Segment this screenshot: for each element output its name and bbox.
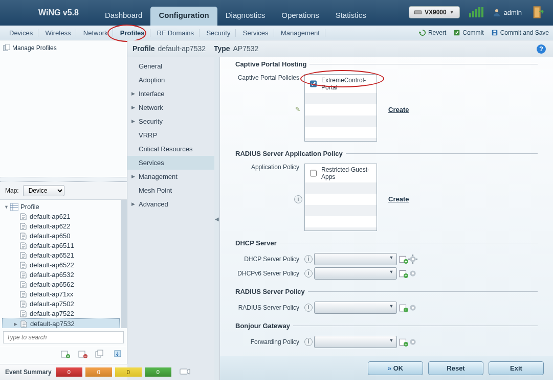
nav-item-critical-resources[interactable]: Critical Resources [127,142,214,156]
list-item[interactable] [305,205,377,216]
expand-icon[interactable]: ▶ [131,119,135,124]
info-icon[interactable]: i [304,304,313,312]
commit-save-button[interactable]: Commit and Save [491,29,549,36]
gear-icon[interactable] [408,255,417,264]
tab-statistics[interactable]: Statistics [327,7,374,26]
ok-button[interactable]: » OK [368,361,423,375]
tab-dashboard[interactable]: Dashboard [97,7,150,26]
radius-app-create-link[interactable]: Create [388,195,409,203]
tree-item[interactable]: default-ap650 [2,231,120,241]
help-icon[interactable]: ? [537,44,546,54]
subtab-rf-domains[interactable]: RF Domains [152,29,200,37]
sev-minor[interactable]: 0 [115,367,142,377]
commit-button[interactable]: Commit [453,29,483,36]
tree-item[interactable]: default-ap6562 [2,280,120,289]
expand-icon[interactable]: ▶ [131,201,135,206]
dhcpv6-policy-combo[interactable] [314,267,397,280]
bonjour-combo[interactable] [314,336,397,348]
tab-configuration[interactable]: Configuration [150,7,217,26]
list-item[interactable] [305,227,377,231]
nav-item-adoption[interactable]: Adoption [127,73,214,87]
list-item[interactable] [305,182,377,194]
tab-operations[interactable]: Operations [273,7,327,26]
create-policy-icon[interactable] [399,337,408,347]
nav-item-security[interactable]: ▶Security [127,114,214,128]
tree-item[interactable]: default-ap621 [2,212,120,221]
nav-item-mesh-point[interactable]: Mesh Point [127,183,214,197]
gear-icon[interactable] [408,269,417,278]
profile-tree[interactable]: ▼ Profile default-ap621default-ap622defa… [0,200,127,328]
logout-icon[interactable] [531,5,545,19]
delete-icon[interactable] [78,349,88,360]
expand-icon[interactable]: ▶ [131,91,135,96]
exit-button[interactable]: Exit [489,361,544,375]
radius-app-item[interactable]: Restricted-Guest-Apps [305,164,377,182]
collapse-icon[interactable]: ▼ [4,204,8,210]
subtab-wireless[interactable]: Wireless [40,29,77,37]
dhcp-policy-combo[interactable] [314,253,397,265]
info-icon[interactable]: i [294,195,302,203]
sev-normal[interactable]: 0 [145,367,171,377]
tree-item[interactable]: default-ap622 [2,221,120,231]
subtab-devices[interactable]: Devices [4,29,38,37]
expand-icon[interactable]: ▶ [14,321,18,327]
list-item[interactable] [305,93,377,104]
list-item[interactable] [305,216,377,227]
edit-icon[interactable]: ✎ [295,106,300,113]
nav-item-services[interactable]: Services [127,156,214,170]
nav-item-advanced[interactable]: ▶Advanced [127,197,214,211]
tree-root[interactable]: ▼ Profile [2,202,120,212]
manage-profiles-link[interactable]: Manage Profiles [3,43,124,53]
add-icon[interactable] [60,349,71,360]
create-policy-icon[interactable] [399,255,408,264]
subtab-services[interactable]: Services [238,29,274,37]
subtab-management[interactable]: Management [276,29,325,37]
tree-item[interactable]: default-ap6532 [2,270,120,280]
create-policy-icon[interactable] [399,303,408,312]
info-icon[interactable]: i [304,338,313,346]
gear-icon[interactable] [408,337,417,347]
nav-item-interface[interactable]: ▶Interface [127,87,214,101]
list-item[interactable] [305,127,377,138]
horizontal-splitter[interactable] [0,177,127,182]
tree-item[interactable]: ▶default-ap7532 [2,318,120,328]
create-policy-icon[interactable] [399,269,408,278]
export-icon[interactable] [113,349,123,360]
expand-icon[interactable]: ▶ [131,105,135,110]
captive-item[interactable]: ExtremeControl-Portal [305,75,377,93]
subtab-network[interactable]: Network [78,29,114,37]
captive-listbox[interactable]: ExtremeControl-Portal [304,74,377,142]
nav-item-general[interactable]: General [127,59,214,73]
radius-app-checkbox[interactable] [310,170,317,177]
info-icon[interactable]: i [304,255,313,263]
vertical-splitter[interactable]: ◀ [214,57,220,380]
tree-item[interactable]: default-ap6511 [2,241,120,250]
tab-diagnostics[interactable]: Diagnostics [217,7,274,26]
subtab-profiles[interactable]: Profiles [115,29,150,37]
subtab-security[interactable]: Security [201,29,236,37]
tree-item[interactable]: default-ap71xx [2,289,120,299]
captive-create-link[interactable]: Create [388,106,409,113]
tree-search-input[interactable] [3,331,124,343]
radius-app-listbox[interactable]: Restricted-Guest-Apps [304,164,377,231]
tree-item[interactable]: default-ap7502 [2,299,120,309]
sev-critical[interactable]: 0 [56,367,82,377]
list-item[interactable] [305,116,377,127]
tree-item[interactable]: default-ap6521 [2,250,120,260]
camera-icon[interactable] [180,367,191,377]
list-item[interactable] [305,194,377,205]
device-selector[interactable]: VX9000 ▼ [409,6,460,18]
revert-button[interactable]: Revert [419,29,446,36]
nav-item-management[interactable]: ▶Management [127,170,214,183]
list-item[interactable] [305,138,377,142]
nav-item-network[interactable]: ▶Network [127,101,214,114]
gear-icon[interactable] [408,303,417,312]
reset-button[interactable]: Reset [428,361,483,375]
tree-item[interactable]: default-ap6522 [2,260,120,270]
map-select[interactable]: Device [23,185,64,196]
list-item[interactable] [305,104,377,116]
copy-icon[interactable] [95,349,105,360]
nav-item-vrrp[interactable]: VRRP [127,128,214,142]
expand-icon[interactable]: ▶ [131,174,135,179]
radius-srv-combo[interactable] [314,302,397,314]
